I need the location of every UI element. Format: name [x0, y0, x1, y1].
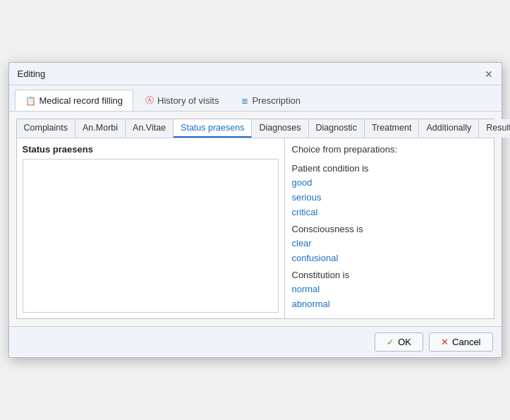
- tab-history-of-visits[interactable]: Ⓐ History of visits: [135, 90, 229, 111]
- history-icon: Ⓐ: [145, 95, 154, 107]
- ok-icon: ✓: [387, 337, 394, 347]
- choice-good[interactable]: good: [292, 176, 487, 188]
- tab-diagnostic[interactable]: Diagnostic: [309, 119, 365, 138]
- tab-content: Status praesens Choice from preparations…: [17, 138, 494, 318]
- tab-prescription[interactable]: ≣ Prescription: [231, 90, 311, 111]
- tab-prescription-label: Prescription: [252, 95, 300, 106]
- cancel-icon: ✕: [441, 337, 449, 347]
- section-constitution: Constitution is: [292, 270, 487, 280]
- tab-anmorbi[interactable]: An.Morbi: [75, 119, 126, 138]
- tab-medical-record[interactable]: 📋 Medical record filling: [15, 90, 134, 111]
- dialog-titlebar: Editing ✕: [9, 63, 502, 85]
- choice-abnormal[interactable]: abnormal: [292, 298, 487, 310]
- tab-treatment[interactable]: Treatment: [365, 119, 420, 138]
- ok-button[interactable]: ✓ OK: [375, 332, 423, 352]
- choice-serious[interactable]: serious: [292, 191, 487, 203]
- section-patient-condition: Patient condition is: [292, 163, 487, 174]
- cancel-button[interactable]: ✕ Cancel: [429, 332, 492, 352]
- dialog-body: Complaints An.Morbi An.Vitae Status prae…: [9, 112, 502, 326]
- right-panel: Choice from preparations: Patient condit…: [285, 138, 494, 318]
- prescription-icon: ≣: [241, 96, 248, 106]
- left-panel: Status praesens: [17, 138, 285, 318]
- choice-confusional[interactable]: confusional: [292, 252, 487, 264]
- left-panel-title: Status praesens: [23, 144, 279, 155]
- inner-tab-bar: Complaints An.Morbi An.Vitae Status prae…: [17, 119, 494, 138]
- dialog-footer: ✓ OK ✕ Cancel: [9, 326, 502, 357]
- tab-status-praesens[interactable]: Status praesens: [174, 119, 252, 138]
- close-button[interactable]: ✕: [485, 69, 493, 79]
- tab-anvitae[interactable]: An.Vitae: [126, 119, 174, 138]
- status-praesens-textarea[interactable]: [23, 159, 279, 313]
- section-consciousness: Consciousness is: [292, 224, 487, 234]
- tab-additionally[interactable]: Additionally: [419, 119, 479, 138]
- tab-history-label: History of visits: [157, 95, 219, 106]
- outer-tab-bar: 📋 Medical record filling Ⓐ History of vi…: [9, 85, 502, 112]
- choice-critical[interactable]: critical: [292, 206, 487, 218]
- medical-record-icon: 📋: [25, 96, 36, 106]
- tab-complaints[interactable]: Complaints: [17, 119, 76, 138]
- tab-medical-record-label: Medical record filling: [40, 95, 123, 106]
- inner-panel: Complaints An.Morbi An.Vitae Status prae…: [16, 119, 494, 319]
- ok-label: OK: [398, 337, 411, 347]
- dialog-title: Editing: [18, 68, 46, 79]
- choice-normal[interactable]: normal: [292, 283, 487, 295]
- text-area-container: [23, 159, 279, 313]
- tab-result[interactable]: Result: [479, 119, 510, 138]
- cancel-label: Cancel: [452, 337, 480, 347]
- tab-diagnoses[interactable]: Diagnoses: [252, 119, 308, 138]
- editing-dialog: Editing ✕ 📋 Medical record filling Ⓐ His…: [8, 62, 502, 358]
- choice-clear[interactable]: clear: [292, 237, 487, 249]
- choice-title: Choice from preparations:: [292, 144, 487, 155]
